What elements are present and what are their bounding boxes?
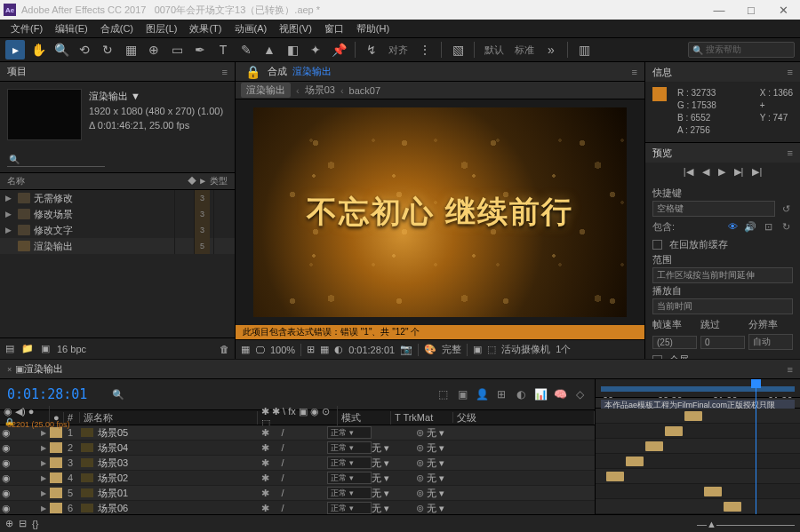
- menu-file[interactable]: 文件(F): [5, 20, 48, 37]
- new-comp-icon[interactable]: ▣: [41, 343, 50, 354]
- pan-behind-tool[interactable]: ⊕: [144, 40, 164, 60]
- help-search[interactable]: 搜索帮助: [688, 42, 795, 58]
- frame-blend-icon[interactable]: ⊞: [493, 386, 509, 402]
- track-row[interactable]: [596, 484, 800, 499]
- cache-checkbox[interactable]: [652, 240, 662, 250]
- trkmat-dropdown[interactable]: 无 ▾: [372, 457, 416, 470]
- menu-layer[interactable]: 图层(L): [140, 20, 182, 37]
- project-panel-menu[interactable]: ≡: [222, 67, 228, 77]
- crumb-item[interactable]: back07: [349, 85, 380, 96]
- layer-bar[interactable]: [626, 457, 644, 466]
- roto-tool[interactable]: ✦: [306, 40, 325, 60]
- blend-mode-dropdown[interactable]: 正常 ▾: [327, 441, 372, 454]
- label-color[interactable]: [50, 442, 62, 453]
- col-trkmat[interactable]: T TrkMat: [391, 412, 453, 423]
- label-color[interactable]: [50, 472, 62, 483]
- hand-tool[interactable]: ✋: [28, 40, 48, 60]
- menu-composition[interactable]: 合成(C): [95, 20, 139, 37]
- ws-default[interactable]: 默认: [484, 44, 504, 57]
- minimize-button[interactable]: —: [706, 4, 732, 17]
- ws-standard[interactable]: 标准: [515, 44, 534, 57]
- pen-tool[interactable]: ✒: [190, 40, 210, 60]
- layer-row[interactable]: ◉▶5场景01✱/正常 ▾无 ▾⊚ 无 ▾: [0, 486, 595, 501]
- track-row[interactable]: [596, 499, 800, 514]
- color-mgmt-icon[interactable]: 🎨: [424, 344, 436, 355]
- layer-bar[interactable]: [724, 502, 741, 512]
- toggle-modes-icon[interactable]: ⊟: [19, 518, 27, 529]
- maximize-button[interactable]: □: [738, 4, 764, 17]
- play-button[interactable]: ▶: [718, 166, 725, 178]
- resolution-icon[interactable]: 🖵: [255, 345, 265, 355]
- twirl-icon[interactable]: ▶: [37, 459, 50, 467]
- blend-mode-dropdown[interactable]: 正常 ▾: [327, 502, 372, 514]
- trkmat-dropdown[interactable]: 无 ▾: [372, 472, 416, 485]
- visibility-icon[interactable]: ◉: [0, 457, 12, 469]
- camera-tool[interactable]: ▦: [121, 40, 140, 60]
- project-search[interactable]: [7, 153, 105, 167]
- next-frame-button[interactable]: ▶|: [734, 166, 744, 178]
- view-count[interactable]: 1个: [556, 343, 571, 356]
- menu-effect[interactable]: 效果(T): [184, 20, 227, 37]
- parent-dropdown[interactable]: 无 ▾: [427, 441, 462, 455]
- layer-row[interactable]: ◉▶6场景06✱/正常 ▾无 ▾⊚ 无 ▾: [0, 501, 595, 514]
- project-item[interactable]: ▶修改场景3: [0, 206, 235, 222]
- col-name[interactable]: 名称: [7, 175, 188, 187]
- twirl-icon[interactable]: ▶: [37, 444, 50, 452]
- toggle-switches-icon[interactable]: ⊕: [5, 518, 13, 529]
- interpret-icon[interactable]: ▤: [5, 343, 14, 354]
- guides-icon[interactable]: ▦: [320, 344, 329, 355]
- composition-viewer[interactable]: 不忘初心 继续前行: [236, 99, 644, 325]
- puppet-tool[interactable]: 📌: [329, 40, 348, 60]
- first-frame-button[interactable]: |◀: [684, 166, 693, 178]
- timeline-tracks[interactable]: 00s 00:30s 01:00s 01:30s 本作品ae模板工程为FilmF…: [596, 379, 800, 514]
- twirl-icon[interactable]: ▶: [37, 474, 50, 482]
- visibility-icon[interactable]: ◉: [0, 442, 12, 454]
- layer-name[interactable]: 场景06: [96, 502, 256, 515]
- blend-mode-dropdown[interactable]: 正常 ▾: [327, 426, 372, 439]
- blend-mode-dropdown[interactable]: 正常 ▾: [327, 472, 372, 484]
- motion-blur-icon[interactable]: ◐: [513, 386, 529, 402]
- col-type[interactable]: ◆ ► 类型: [188, 175, 228, 187]
- menu-view[interactable]: 视图(V): [274, 20, 317, 37]
- brush-tool[interactable]: ✎: [236, 40, 256, 60]
- skip-dropdown[interactable]: 0: [700, 336, 745, 349]
- layer-name[interactable]: 场景03: [96, 457, 256, 470]
- layer-bar[interactable]: [665, 426, 683, 436]
- rotate-tool[interactable]: ↻: [98, 40, 117, 60]
- selection-tool[interactable]: ▸: [5, 40, 25, 60]
- brainstorm-icon[interactable]: 🧠: [552, 386, 568, 402]
- info-menu[interactable]: ≡: [788, 67, 793, 77]
- label-color[interactable]: [50, 503, 62, 513]
- layer-row[interactable]: ◉▶2场景04✱/正常 ▾无 ▾⊚ 无 ▾: [0, 441, 595, 456]
- camera-dropdown[interactable]: 活动摄像机: [501, 343, 550, 356]
- lock-icon[interactable]: 🔒: [243, 62, 262, 82]
- menu-animation[interactable]: 动画(A): [229, 20, 273, 37]
- comp-panel-menu[interactable]: ≡: [632, 67, 637, 77]
- menu-edit[interactable]: 编辑(E): [50, 20, 93, 37]
- parent-dropdown[interactable]: 无 ▾: [427, 487, 462, 500]
- snap-opt-icon[interactable]: ⋮: [415, 40, 435, 60]
- comp-mini-flowchart-icon[interactable]: ⬚: [435, 386, 451, 402]
- fill-icon[interactable]: ▧: [448, 40, 468, 60]
- layer-bar[interactable]: [684, 411, 702, 421]
- last-frame-button[interactable]: ▶|: [752, 166, 762, 178]
- layer-row[interactable]: ◉▶4场景02✱/正常 ▾无 ▾⊚ 无 ▾: [0, 471, 595, 486]
- comp-name[interactable]: 渲染输出: [292, 65, 332, 78]
- project-item[interactable]: 渲染输出5: [0, 238, 235, 254]
- col-parent[interactable]: 父级: [453, 411, 595, 425]
- timecode[interactable]: 0:01:28:01: [348, 345, 395, 355]
- visibility-icon[interactable]: ◉: [0, 503, 12, 514]
- range-dropdown[interactable]: 工作区域按当前时间延伸: [652, 267, 793, 283]
- layer-name[interactable]: 场景01: [96, 487, 256, 500]
- parent-dropdown[interactable]: 无 ▾: [427, 502, 462, 515]
- clone-tool[interactable]: ▲: [260, 40, 279, 60]
- trkmat-dropdown[interactable]: 无 ▾: [372, 487, 416, 500]
- layer-row[interactable]: ◉▶3场景03✱/正常 ▾无 ▾⊚ 无 ▾: [0, 456, 595, 471]
- grid-icon[interactable]: ▦: [241, 344, 250, 355]
- time-ruler[interactable]: 00s 00:30s 01:00s 01:30s: [596, 379, 800, 398]
- preview-tab[interactable]: 预览: [652, 147, 788, 160]
- twirl-icon[interactable]: ▶: [37, 489, 50, 497]
- loop-icon[interactable]: ↻: [779, 221, 793, 233]
- draft-3d-icon[interactable]: ▣: [454, 386, 470, 402]
- snapshot-icon[interactable]: 📷: [400, 344, 412, 355]
